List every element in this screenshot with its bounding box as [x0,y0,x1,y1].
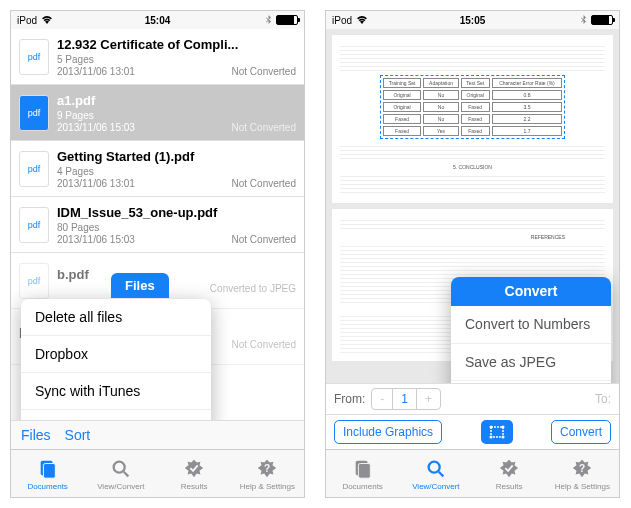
svg-point-9 [501,436,504,439]
crop-button[interactable] [481,420,513,444]
tab-bar: Documents View/Convert Results ? Help & … [11,449,304,497]
page-range-row: From: -1+ To: [326,383,619,414]
tab-results[interactable]: Results [473,450,546,497]
question-badge-icon: ? [254,457,280,481]
documents-icon [35,457,61,481]
pdf-icon: pdf [19,151,49,187]
pdf-icon: pdf [19,39,49,75]
file-status: Converted to JPEG [210,283,296,294]
section-heading: REFERENCES [340,234,605,240]
convert-button[interactable]: Convert [551,420,611,444]
tab-view-convert[interactable]: View/Convert [399,450,472,497]
svg-rect-11 [358,463,370,478]
popover-title: Files [111,273,169,298]
file-pages: 4 Pages [57,166,296,177]
svg-text:?: ? [579,462,585,473]
file-date: 2013/11/06 13:01 [57,178,135,189]
status-bar: iPod 15:04 [11,11,304,29]
file-status: Not Converted [232,122,296,133]
pdf-icon: pdf [19,263,49,299]
tab-label: View/Convert [97,482,144,491]
section-heading: 5. CONCLUSION [340,164,605,170]
convert-toolbar: Include Graphics Convert [326,414,619,449]
popover-item-sync-itunes[interactable]: Sync with iTunes [21,373,211,410]
tab-documents[interactable]: Documents [11,450,84,497]
tab-label: View/Convert [412,482,459,491]
file-row[interactable]: pdf Getting Started (1).pdf 4 Pages 2013… [11,141,304,197]
svg-point-2 [114,461,125,472]
file-status: Not Converted [232,234,296,245]
tab-label: Help & Settings [240,482,295,491]
svg-text:?: ? [264,462,270,473]
include-graphics-button[interactable]: Include Graphics [334,420,442,444]
document-preview[interactable]: Training SetAdaptationTest SetCharacter … [326,29,619,383]
tab-help-settings[interactable]: ? Help & Settings [546,450,619,497]
files-button[interactable]: Files [21,427,51,443]
svg-point-6 [489,426,492,429]
checkmark-badge-icon [181,457,207,481]
svg-point-12 [429,461,440,472]
file-status: Not Converted [232,66,296,77]
popover-item-dropbox[interactable]: Dropbox [21,336,211,373]
popover-item-convert-numbers[interactable]: Convert to Numbers [451,306,611,344]
magnifier-icon [108,457,134,481]
tab-view-convert[interactable]: View/Convert [84,450,157,497]
convert-popover: Convert Convert to Numbers Save as JPEG … [451,277,611,383]
popover-title: Convert [451,277,611,306]
tab-label: Results [496,482,523,491]
bluetooth-icon [265,15,272,26]
file-pages: 80 Pages [57,222,296,233]
tab-help-settings[interactable]: ? Help & Settings [231,450,304,497]
device-label: iPod [17,15,37,26]
file-status: Not Converted [232,339,296,350]
left-screenshot: iPod 15:04 pdf 12.932 Certificate of Com… [10,10,305,498]
tab-results[interactable]: Results [158,450,231,497]
checkmark-badge-icon [496,457,522,481]
file-pages: 5 Pages [57,54,296,65]
file-date: 2013/11/06 15:03 [57,122,135,133]
svg-line-3 [124,471,129,476]
question-badge-icon: ? [569,457,595,481]
popover-item-wifi-transfer[interactable]: WIFI Transfer Mode [21,410,211,420]
file-name: Getting Started (1).pdf [57,149,296,164]
pdf-icon: pdf [19,207,49,243]
popover-item-delete-all[interactable]: Delete all files [21,299,211,336]
clock: 15:05 [426,15,520,26]
to-label: To: [595,392,611,406]
svg-line-13 [439,471,444,476]
file-name: IDM_Issue_53_one-up.pdf [57,205,296,220]
battery-icon [591,15,613,25]
from-stepper[interactable]: -1+ [371,388,441,410]
device-label: iPod [332,15,352,26]
files-popover: Files Delete all files Dropbox Sync with… [21,299,211,420]
tab-documents[interactable]: Documents [326,450,399,497]
file-status: Not Converted [232,178,296,189]
tab-label: Help & Settings [555,482,610,491]
sort-button[interactable]: Sort [65,427,91,443]
svg-rect-1 [43,463,55,478]
popover-item-save-jpeg[interactable]: Save as JPEG [451,344,611,382]
documents-icon [350,457,376,481]
popover-item-save-png[interactable]: Save as PNG [451,381,611,383]
svg-rect-5 [491,427,503,437]
file-row[interactable]: pdf IDM_Issue_53_one-up.pdf 80 Pages 201… [11,197,304,253]
tab-label: Results [181,482,208,491]
svg-point-7 [501,426,504,429]
tab-bar: Documents View/Convert Results ? Help & … [326,449,619,497]
svg-point-8 [489,436,492,439]
tab-label: Documents [27,482,67,491]
magnifier-icon [423,457,449,481]
clock: 15:04 [111,15,205,26]
preview-table: Training SetAdaptationTest SetCharacter … [380,75,566,139]
wifi-icon [356,15,368,25]
file-row[interactable]: pdf a1.pdf 9 Pages 2013/11/06 15:03Not C… [11,85,304,141]
file-pages: 9 Pages [57,110,296,121]
file-list: pdf 12.932 Certificate of Compli... 5 Pa… [11,29,304,420]
file-name: 12.932 Certificate of Compli... [57,37,296,52]
status-bar: iPod 15:05 [326,11,619,29]
pdf-icon: pdf [19,95,49,131]
file-row[interactable]: pdf 12.932 Certificate of Compli... 5 Pa… [11,29,304,85]
file-name: b.pdf [57,267,296,282]
file-name: a1.pdf [57,93,296,108]
file-date: 2013/11/06 15:03 [57,234,135,245]
